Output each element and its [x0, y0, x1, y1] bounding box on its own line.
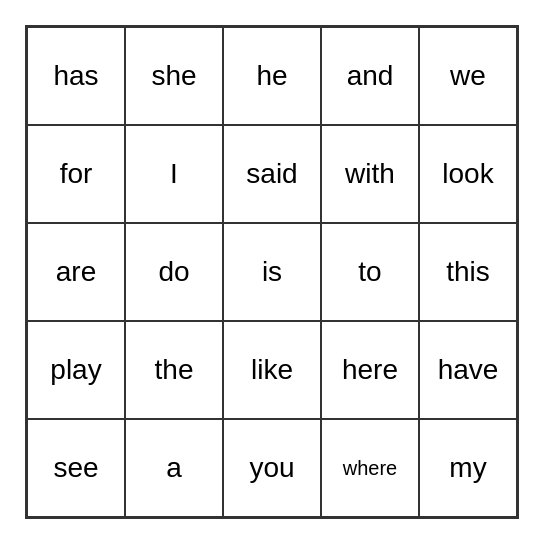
bingo-row-1: forIsaidwithlook — [27, 125, 517, 223]
bingo-cell-0-4: we — [419, 27, 517, 125]
bingo-cell-0-2: he — [223, 27, 321, 125]
bingo-cell-1-0: for — [27, 125, 125, 223]
bingo-cell-0-0: has — [27, 27, 125, 125]
bingo-cell-1-1: I — [125, 125, 223, 223]
bingo-cell-0-1: she — [125, 27, 223, 125]
bingo-cell-3-1: the — [125, 321, 223, 419]
bingo-cell-3-0: play — [27, 321, 125, 419]
bingo-grid: hassheheandweforIsaidwithlookaredoistoth… — [25, 25, 519, 519]
bingo-cell-3-2: like — [223, 321, 321, 419]
bingo-cell-4-3: where — [321, 419, 419, 517]
bingo-cell-4-2: you — [223, 419, 321, 517]
bingo-cell-1-2: said — [223, 125, 321, 223]
bingo-row-0: hassheheandwe — [27, 27, 517, 125]
bingo-row-4: seeayouwheremy — [27, 419, 517, 517]
bingo-cell-2-3: to — [321, 223, 419, 321]
bingo-row-3: playthelikeherehave — [27, 321, 517, 419]
bingo-cell-2-2: is — [223, 223, 321, 321]
bingo-cell-3-4: have — [419, 321, 517, 419]
bingo-cell-2-1: do — [125, 223, 223, 321]
bingo-row-2: aredoistothis — [27, 223, 517, 321]
bingo-cell-4-1: a — [125, 419, 223, 517]
bingo-cell-2-4: this — [419, 223, 517, 321]
bingo-cell-4-4: my — [419, 419, 517, 517]
bingo-cell-1-3: with — [321, 125, 419, 223]
bingo-cell-2-0: are — [27, 223, 125, 321]
bingo-cell-1-4: look — [419, 125, 517, 223]
bingo-cell-0-3: and — [321, 27, 419, 125]
bingo-cell-4-0: see — [27, 419, 125, 517]
bingo-cell-3-3: here — [321, 321, 419, 419]
